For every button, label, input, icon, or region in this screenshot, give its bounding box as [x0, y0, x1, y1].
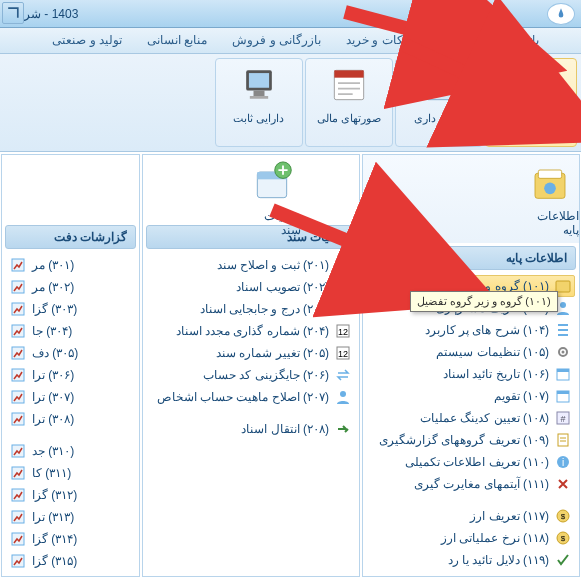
ribbon-tabs: باتیـز منمالیتدارکات و خریدبازرگانی و فر… [0, 28, 581, 54]
r-icon [10, 487, 26, 503]
money-icon: $ [555, 530, 571, 546]
list-item[interactable]: (۳۰۳) گزا [6, 298, 135, 320]
ribbon-icon [237, 63, 281, 107]
ribbon-2[interactable]: صورتهای مالی [305, 58, 393, 147]
list-item[interactable]: (۲۰۶) جایگزینی کد حساب [147, 364, 355, 386]
list-icon [555, 322, 571, 338]
panel-header-right: اطلاعات پایه [366, 246, 576, 270]
list-item[interactable]: (۱۰۵) تنظیمات سیستم [367, 341, 575, 363]
list-base-info: (۱۰۱) گروه و زیر گروه تفضیل(۱۰۲) تعریف م… [363, 273, 579, 576]
list-item[interactable]: (۱۰۴) شرح های پر کاربرد [367, 319, 575, 341]
tab-0[interactable]: باتیـز من [483, 28, 551, 53]
edit-icon [335, 257, 351, 273]
ribbon-3[interactable]: دارایی ثابت [215, 58, 303, 147]
svg-text:#: # [560, 414, 565, 424]
list-item[interactable]: (۳۱۱) کا [6, 462, 135, 484]
tab-2[interactable]: تدارکات و خرید [333, 28, 433, 53]
report-icon [555, 432, 571, 448]
list-item[interactable]: (۱۱۱) آیتمهای مغایرت گیری [367, 473, 575, 495]
ribbon-icon [417, 63, 461, 107]
list-item[interactable]: (۳۱۰) جد [6, 440, 135, 462]
list-item[interactable]: 12(۲۰۵) تغییر شماره سند [147, 342, 355, 364]
list-item[interactable]: $(۱۱۸) نرخ عملیاتی ارز [367, 527, 575, 549]
tab-1[interactable]: مالی [433, 29, 483, 53]
titlebar: 1403 - شرکت [0, 0, 581, 28]
list-item[interactable]: (۲۰۷) اصلاح ماهیت حساب اشخاص [147, 386, 355, 408]
svg-rect-30 [558, 434, 568, 446]
svg-text:$: $ [561, 512, 566, 521]
list-item[interactable]: 12(۲۰۴) شماره گذاری مجدد اسناد [147, 320, 355, 342]
list-item[interactable]: (۱۰۷) تقویم [367, 385, 575, 407]
ribbon-0[interactable]: حسابداری مالی [485, 58, 577, 147]
user-icon [335, 389, 351, 405]
list-item[interactable]: (۳۱۲) گزا [6, 484, 135, 506]
r-icon [10, 367, 26, 383]
number-icon: 12 [335, 345, 351, 361]
svg-point-21 [560, 302, 566, 308]
list-item[interactable]: (۱۱۹) دلایل تائید یا رد [367, 549, 575, 571]
svg-rect-20 [556, 281, 570, 292]
svg-text:12: 12 [338, 327, 348, 337]
info-icon: i [555, 454, 571, 470]
list-item[interactable]: (۳۰۲) مر [6, 276, 135, 298]
list-reports: (۳۰۱) مر(۳۰۲) مر(۳۰۳) گزا(۳۰۴) جا(۳۰۵) د… [2, 252, 139, 576]
svg-point-16 [544, 183, 556, 195]
tab-3[interactable]: بازرگانی و فروش [219, 28, 333, 53]
list-item[interactable]: (۲۰۱) ثبت و اصلاح سند [147, 254, 355, 276]
svg-text:i: i [562, 457, 564, 468]
bigicon-base-info[interactable]: اطلاعات پایه [521, 165, 579, 237]
calendar-icon [555, 366, 571, 382]
svg-rect-4 [430, 74, 448, 83]
list-item[interactable]: (۳۱۵) گزا [6, 550, 135, 572]
svg-point-6 [437, 89, 441, 93]
svg-rect-15 [538, 170, 561, 178]
svg-point-7 [443, 89, 447, 93]
r-icon [10, 411, 26, 427]
money-icon: $ [555, 508, 571, 524]
list-item[interactable]: (۲۰۳) درج و جابجایی اسناد [147, 298, 355, 320]
svg-rect-11 [249, 73, 269, 88]
code-icon: # [555, 410, 571, 426]
list-item[interactable]: #(۱۰۸) تعیین کدینگ عملیات [367, 407, 575, 429]
diff-icon [555, 476, 571, 492]
list-item[interactable]: (۲۰۸) انتقال اسناد [147, 418, 355, 440]
workspace: اطلاعات پایه عملیات سند اطلاعات پایه (۱۰… [0, 152, 581, 579]
list-item[interactable]: (۳۰۵) دف [6, 342, 135, 364]
list-item[interactable]: (۱۰۹) تعریف گروههای گزارشگیری [367, 429, 575, 451]
svg-rect-9 [334, 70, 363, 77]
move-icon [335, 301, 351, 317]
approve-icon [335, 279, 351, 295]
window-corner-icon[interactable] [2, 2, 24, 24]
tab-5[interactable]: تولید و صنعتی [39, 28, 134, 53]
list-item[interactable]: (۳۰۴) جا [6, 320, 135, 342]
tab-4[interactable]: منابع انسانی [134, 28, 219, 53]
r-icon [10, 257, 26, 273]
ribbon-1[interactable]: خزانه داری [395, 58, 483, 147]
svg-rect-37 [337, 281, 349, 293]
check-icon [555, 552, 571, 568]
panel-base-info: اطلاعات پایه عملیات سند اطلاعات پایه (۱۰… [362, 154, 580, 577]
swap-icon [335, 367, 351, 383]
app-logo[interactable] [547, 3, 575, 25]
r-icon [10, 279, 26, 295]
r-icon [10, 323, 26, 339]
r-icon [10, 531, 26, 547]
list-item[interactable]: i(۱۱۰) تعریف اطلاعات تکمیلی [367, 451, 575, 473]
list-item[interactable]: (۳۱۴) گزا [6, 528, 135, 550]
list-item[interactable]: (۳۰۱) مر [6, 254, 135, 276]
svg-rect-12 [253, 91, 264, 97]
gear-icon [555, 344, 571, 360]
list-item[interactable]: (۳۰۶) ترا [6, 364, 135, 386]
bigicon-doc-ops[interactable]: عملیات سند [243, 161, 301, 237]
list-item[interactable]: (۳۱۶) گزا [6, 572, 135, 576]
list-item[interactable]: (۳۰۸) ترا [6, 408, 135, 430]
list-item[interactable]: (۳۱۳) ترا [6, 506, 135, 528]
list-item[interactable]: $(۱۱۷) تعریف ارز [367, 505, 575, 527]
list-item[interactable]: (۳۰۷) ترا [6, 386, 135, 408]
r-icon [10, 465, 26, 481]
transfer-icon [335, 421, 351, 437]
svg-rect-2 [520, 76, 542, 82]
list-item[interactable]: (۱۰۶) تاریخ تائید اسناد [367, 363, 575, 385]
svg-point-42 [340, 391, 346, 397]
list-item[interactable]: (۲۰۲) تصویب اسناد [147, 276, 355, 298]
